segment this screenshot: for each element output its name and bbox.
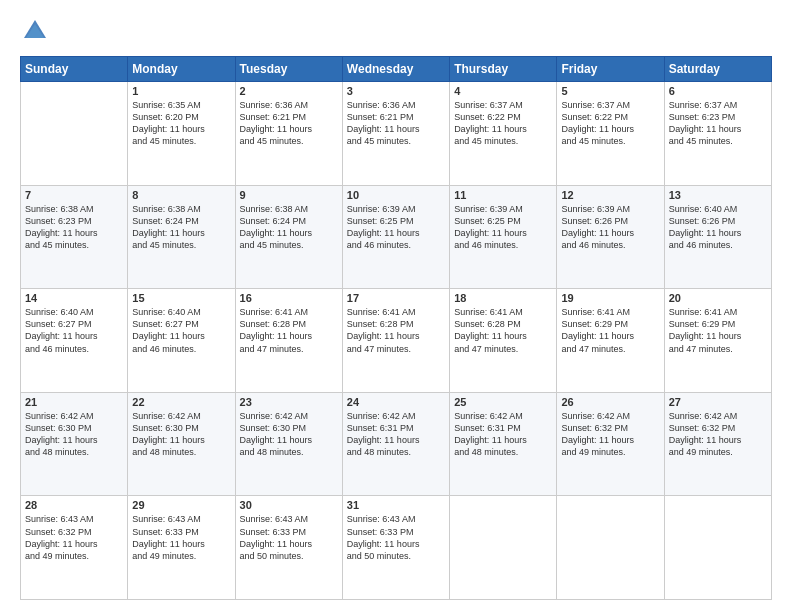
day-number: 30 xyxy=(240,499,338,511)
calendar-cell: 25Sunrise: 6:42 AMSunset: 6:31 PMDayligh… xyxy=(450,392,557,496)
day-number: 4 xyxy=(454,85,552,97)
calendar-cell: 7Sunrise: 6:38 AMSunset: 6:23 PMDaylight… xyxy=(21,185,128,289)
calendar-cell: 11Sunrise: 6:39 AMSunset: 6:25 PMDayligh… xyxy=(450,185,557,289)
day-number: 16 xyxy=(240,292,338,304)
logo-icon xyxy=(20,16,50,46)
page: SundayMondayTuesdayWednesdayThursdayFrid… xyxy=(0,0,792,612)
calendar-cell: 10Sunrise: 6:39 AMSunset: 6:25 PMDayligh… xyxy=(342,185,449,289)
day-number: 18 xyxy=(454,292,552,304)
calendar-cell: 4Sunrise: 6:37 AMSunset: 6:22 PMDaylight… xyxy=(450,82,557,186)
day-number: 27 xyxy=(669,396,767,408)
day-number: 21 xyxy=(25,396,123,408)
calendar-cell: 23Sunrise: 6:42 AMSunset: 6:30 PMDayligh… xyxy=(235,392,342,496)
day-number: 28 xyxy=(25,499,123,511)
header-day-tuesday: Tuesday xyxy=(235,57,342,82)
cell-info: Sunrise: 6:42 AMSunset: 6:30 PMDaylight:… xyxy=(132,410,230,459)
logo xyxy=(20,16,54,46)
cell-info: Sunrise: 6:36 AMSunset: 6:21 PMDaylight:… xyxy=(347,99,445,148)
calendar-cell: 5Sunrise: 6:37 AMSunset: 6:22 PMDaylight… xyxy=(557,82,664,186)
calendar-cell: 20Sunrise: 6:41 AMSunset: 6:29 PMDayligh… xyxy=(664,289,771,393)
cell-info: Sunrise: 6:42 AMSunset: 6:31 PMDaylight:… xyxy=(347,410,445,459)
calendar-cell: 9Sunrise: 6:38 AMSunset: 6:24 PMDaylight… xyxy=(235,185,342,289)
cell-info: Sunrise: 6:39 AMSunset: 6:26 PMDaylight:… xyxy=(561,203,659,252)
day-number: 13 xyxy=(669,189,767,201)
calendar-cell: 31Sunrise: 6:43 AMSunset: 6:33 PMDayligh… xyxy=(342,496,449,600)
cell-info: Sunrise: 6:43 AMSunset: 6:33 PMDaylight:… xyxy=(347,513,445,562)
calendar-cell: 27Sunrise: 6:42 AMSunset: 6:32 PMDayligh… xyxy=(664,392,771,496)
day-number: 11 xyxy=(454,189,552,201)
calendar-cell: 6Sunrise: 6:37 AMSunset: 6:23 PMDaylight… xyxy=(664,82,771,186)
cell-info: Sunrise: 6:37 AMSunset: 6:23 PMDaylight:… xyxy=(669,99,767,148)
calendar-cell: 16Sunrise: 6:41 AMSunset: 6:28 PMDayligh… xyxy=(235,289,342,393)
cell-info: Sunrise: 6:39 AMSunset: 6:25 PMDaylight:… xyxy=(347,203,445,252)
day-number: 23 xyxy=(240,396,338,408)
calendar-cell: 18Sunrise: 6:41 AMSunset: 6:28 PMDayligh… xyxy=(450,289,557,393)
header-day-sunday: Sunday xyxy=(21,57,128,82)
calendar-cell: 17Sunrise: 6:41 AMSunset: 6:28 PMDayligh… xyxy=(342,289,449,393)
cell-info: Sunrise: 6:42 AMSunset: 6:30 PMDaylight:… xyxy=(240,410,338,459)
cell-info: Sunrise: 6:38 AMSunset: 6:23 PMDaylight:… xyxy=(25,203,123,252)
calendar-cell: 14Sunrise: 6:40 AMSunset: 6:27 PMDayligh… xyxy=(21,289,128,393)
calendar-cell: 15Sunrise: 6:40 AMSunset: 6:27 PMDayligh… xyxy=(128,289,235,393)
day-number: 6 xyxy=(669,85,767,97)
day-number: 29 xyxy=(132,499,230,511)
header-day-wednesday: Wednesday xyxy=(342,57,449,82)
cell-info: Sunrise: 6:41 AMSunset: 6:28 PMDaylight:… xyxy=(347,306,445,355)
header xyxy=(20,16,772,46)
calendar-cell: 8Sunrise: 6:38 AMSunset: 6:24 PMDaylight… xyxy=(128,185,235,289)
day-number: 2 xyxy=(240,85,338,97)
calendar-week-3: 14Sunrise: 6:40 AMSunset: 6:27 PMDayligh… xyxy=(21,289,772,393)
cell-info: Sunrise: 6:38 AMSunset: 6:24 PMDaylight:… xyxy=(132,203,230,252)
cell-info: Sunrise: 6:41 AMSunset: 6:28 PMDaylight:… xyxy=(454,306,552,355)
cell-info: Sunrise: 6:43 AMSunset: 6:33 PMDaylight:… xyxy=(132,513,230,562)
calendar-cell: 21Sunrise: 6:42 AMSunset: 6:30 PMDayligh… xyxy=(21,392,128,496)
day-number: 26 xyxy=(561,396,659,408)
calendar-cell: 29Sunrise: 6:43 AMSunset: 6:33 PMDayligh… xyxy=(128,496,235,600)
calendar-cell: 24Sunrise: 6:42 AMSunset: 6:31 PMDayligh… xyxy=(342,392,449,496)
cell-info: Sunrise: 6:41 AMSunset: 6:29 PMDaylight:… xyxy=(561,306,659,355)
calendar-cell: 28Sunrise: 6:43 AMSunset: 6:32 PMDayligh… xyxy=(21,496,128,600)
cell-info: Sunrise: 6:35 AMSunset: 6:20 PMDaylight:… xyxy=(132,99,230,148)
calendar-cell xyxy=(557,496,664,600)
day-number: 17 xyxy=(347,292,445,304)
day-number: 31 xyxy=(347,499,445,511)
cell-info: Sunrise: 6:42 AMSunset: 6:32 PMDaylight:… xyxy=(669,410,767,459)
calendar-header-row: SundayMondayTuesdayWednesdayThursdayFrid… xyxy=(21,57,772,82)
cell-info: Sunrise: 6:36 AMSunset: 6:21 PMDaylight:… xyxy=(240,99,338,148)
calendar-table: SundayMondayTuesdayWednesdayThursdayFrid… xyxy=(20,56,772,600)
cell-info: Sunrise: 6:40 AMSunset: 6:26 PMDaylight:… xyxy=(669,203,767,252)
day-number: 9 xyxy=(240,189,338,201)
cell-info: Sunrise: 6:42 AMSunset: 6:32 PMDaylight:… xyxy=(561,410,659,459)
day-number: 15 xyxy=(132,292,230,304)
cell-info: Sunrise: 6:43 AMSunset: 6:32 PMDaylight:… xyxy=(25,513,123,562)
calendar-cell: 3Sunrise: 6:36 AMSunset: 6:21 PMDaylight… xyxy=(342,82,449,186)
cell-info: Sunrise: 6:43 AMSunset: 6:33 PMDaylight:… xyxy=(240,513,338,562)
calendar-week-1: 1Sunrise: 6:35 AMSunset: 6:20 PMDaylight… xyxy=(21,82,772,186)
day-number: 22 xyxy=(132,396,230,408)
day-number: 8 xyxy=(132,189,230,201)
calendar-cell xyxy=(21,82,128,186)
day-number: 24 xyxy=(347,396,445,408)
calendar-cell: 12Sunrise: 6:39 AMSunset: 6:26 PMDayligh… xyxy=(557,185,664,289)
day-number: 3 xyxy=(347,85,445,97)
calendar-cell: 13Sunrise: 6:40 AMSunset: 6:26 PMDayligh… xyxy=(664,185,771,289)
calendar-cell: 1Sunrise: 6:35 AMSunset: 6:20 PMDaylight… xyxy=(128,82,235,186)
calendar-cell xyxy=(450,496,557,600)
calendar-cell: 26Sunrise: 6:42 AMSunset: 6:32 PMDayligh… xyxy=(557,392,664,496)
cell-info: Sunrise: 6:37 AMSunset: 6:22 PMDaylight:… xyxy=(454,99,552,148)
calendar-cell: 19Sunrise: 6:41 AMSunset: 6:29 PMDayligh… xyxy=(557,289,664,393)
calendar-cell: 30Sunrise: 6:43 AMSunset: 6:33 PMDayligh… xyxy=(235,496,342,600)
cell-info: Sunrise: 6:41 AMSunset: 6:28 PMDaylight:… xyxy=(240,306,338,355)
header-day-thursday: Thursday xyxy=(450,57,557,82)
day-number: 25 xyxy=(454,396,552,408)
day-number: 20 xyxy=(669,292,767,304)
cell-info: Sunrise: 6:42 AMSunset: 6:30 PMDaylight:… xyxy=(25,410,123,459)
day-number: 1 xyxy=(132,85,230,97)
header-day-friday: Friday xyxy=(557,57,664,82)
cell-info: Sunrise: 6:40 AMSunset: 6:27 PMDaylight:… xyxy=(132,306,230,355)
day-number: 12 xyxy=(561,189,659,201)
cell-info: Sunrise: 6:40 AMSunset: 6:27 PMDaylight:… xyxy=(25,306,123,355)
day-number: 5 xyxy=(561,85,659,97)
calendar-week-2: 7Sunrise: 6:38 AMSunset: 6:23 PMDaylight… xyxy=(21,185,772,289)
calendar-cell xyxy=(664,496,771,600)
